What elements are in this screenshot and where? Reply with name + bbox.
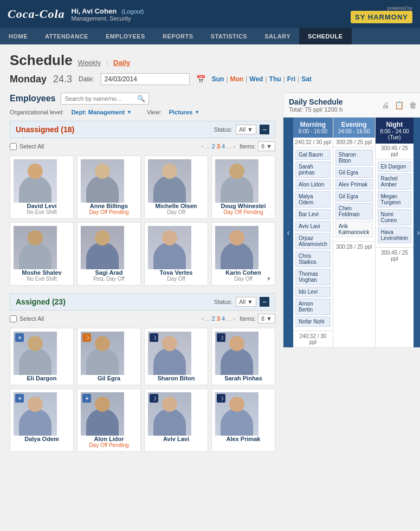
nav-home[interactable]: HOME xyxy=(0,28,36,44)
emp-name-anne-billings: Anne Billings xyxy=(81,203,137,209)
daily-schedule-panel: Daily Schedule Total: 75 ppl/ 1200 h 🖨 📋… xyxy=(283,93,420,348)
evening-name-gil-egra[interactable]: Gil Egra xyxy=(335,167,373,178)
evening-name-chen-feldman[interactable]: Chen Feldman xyxy=(335,203,373,219)
org-level-label: Organizational level: xyxy=(10,109,64,115)
night-name-nomi-cuneo[interactable]: Nomi Cuneo xyxy=(378,209,412,225)
morning-name-aviv-lavi[interactable]: Aviv Lavi xyxy=(295,221,331,231)
unassigned-select-all-checkbox[interactable] xyxy=(10,143,17,150)
assigned-page-3[interactable]: 3 xyxy=(217,315,220,322)
morning-header: Morning 8:00 - 16:00 xyxy=(293,118,333,138)
morning-name-orpaz-abramovich[interactable]: Orpaz Abramovich xyxy=(295,233,331,249)
emp-card-alon-lidor[interactable]: ☀ Alon Lidor Day Off Pending xyxy=(77,388,141,452)
assigned-status-dropdown[interactable]: All ▼ xyxy=(236,297,256,307)
org-level-dropdown[interactable]: Dept: Management ▼ xyxy=(72,109,132,115)
ds-copy-btn[interactable]: 📋 xyxy=(393,100,405,111)
assigned-collapse-btn[interactable]: − xyxy=(260,297,269,307)
page-2-link[interactable]: 2 xyxy=(212,143,215,150)
calendar-icon[interactable]: 📅 xyxy=(196,75,205,83)
date-input[interactable] xyxy=(101,73,190,85)
view-label: View: xyxy=(147,109,161,115)
nav-reports[interactable]: REPORTS xyxy=(154,28,202,44)
left-panel: Employees 🔍 Organizational level: Dept: … xyxy=(10,93,275,459)
emp-card-moshe-shalev[interactable]: Moshe Shalev No Eve Shift xyxy=(10,222,74,286)
emp-badge-eli-dargon: ☀ xyxy=(15,333,24,342)
day-fri[interactable]: Fri xyxy=(287,75,295,83)
emp-name-alon-lidor: Alon Lidor xyxy=(81,436,137,442)
org-dropdown-arrow: ▼ xyxy=(127,109,132,115)
morning-name-malya-odem[interactable]: Malya Odem xyxy=(295,191,331,208)
logout-link[interactable]: (Logout) xyxy=(121,8,144,15)
night-name-eli-dargon[interactable]: Eli Dargon xyxy=(378,161,412,172)
nav-employees[interactable]: EMPLOYEES xyxy=(97,28,154,44)
assigned-items-dropdown[interactable]: 8 ▼ xyxy=(258,314,275,323)
weekly-view-link[interactable]: Weekly xyxy=(78,59,101,67)
day-thu[interactable]: Thu xyxy=(269,75,281,83)
emp-card-sagi-arad[interactable]: Sagi Arad Req. Day Off xyxy=(77,222,141,286)
night-name-hava-levinshtein[interactable]: Hava Levinshtein xyxy=(378,227,412,243)
morning-name-gal-baum[interactable]: Gal Baum xyxy=(295,150,331,160)
evening-name-gil-egra-2[interactable]: Gil Egra xyxy=(335,191,373,202)
emp-card-aviv-lavi[interactable]: ☽ Aviv Lavi xyxy=(144,388,208,452)
search-input[interactable] xyxy=(64,95,135,102)
emp-card-david-levi[interactable]: David Levi No Eve Shift xyxy=(10,156,74,219)
day-mon[interactable]: Mon xyxy=(230,75,244,83)
emp-card-gil-egra[interactable]: ☽ Gil Egra xyxy=(77,328,141,385)
ds-print-btn[interactable]: 🖨 xyxy=(380,100,390,111)
org-view-row: Organizational level: Dept: Management ▼… xyxy=(10,109,275,115)
morning-stats: 240:32 / 30 ppl xyxy=(293,138,333,147)
assigned-pagination-row: Select All ‹ ... 2 3 4 ... › Items: xyxy=(10,314,275,323)
nav-schedule[interactable]: SCHEDULE xyxy=(299,28,352,44)
morning-name-thomas-voghan[interactable]: Thomas Voghan xyxy=(295,269,331,285)
emp-card-karin-cohen[interactable]: Karin Cohen Day Off ▼ xyxy=(211,222,275,286)
emp-card-doug-whinestei[interactable]: Doug Whinestei Day Off Pending xyxy=(211,156,275,219)
morning-name-bar-levi[interactable]: Bar Levi xyxy=(295,209,331,219)
morning-name-arnon-bertin[interactable]: Arnon Bertin xyxy=(295,299,331,315)
night-name-rachel-amber[interactable]: Rachel Amber xyxy=(378,173,412,190)
morning-name-chris-staikos[interactable]: Chris Staikos xyxy=(295,251,331,267)
emp-card-michelle-olsen[interactable]: Michelle Olsen Day Off xyxy=(144,156,208,219)
nav-statistics[interactable]: STATISTICS xyxy=(202,28,256,44)
emp-card-sarah-pinhas[interactable]: ☽ Sarah Pinhas xyxy=(211,328,275,385)
assigned-page-2[interactable]: 2 xyxy=(212,315,215,322)
night-name-megan-turgeon[interactable]: Megan Turgeon xyxy=(378,191,412,208)
items-count-dropdown[interactable]: 8 ▼ xyxy=(258,141,275,151)
evening-time: 24:00 - 16:00 xyxy=(335,128,373,134)
emp-status-david-levi: No Eve Shift xyxy=(14,209,70,215)
ds-morning-col: Morning 8:00 - 16:00 240:32 / 30 ppl Gal… xyxy=(293,118,333,347)
emp-card-tova-vertes[interactable]: Tova Vertes Day Off xyxy=(144,222,208,286)
ds-next-arrow[interactable]: › xyxy=(413,118,420,347)
emp-card-dalya-odem[interactable]: ☀ Dalya Odem xyxy=(10,388,74,452)
evening-name-sharon-biton[interactable]: Sharon Biton xyxy=(335,150,373,166)
evening-names: Sharon Biton Gil Egra Alex Primak Gil Eg… xyxy=(333,147,375,241)
nav-attendance[interactable]: ATTENDANCE xyxy=(36,28,97,44)
ds-delete-btn[interactable]: 🗑 xyxy=(408,100,418,111)
emp-card-sharon-biton[interactable]: ☽ Sharon Biton xyxy=(144,328,208,385)
unassigned-status-dropdown[interactable]: All ▼ xyxy=(236,125,256,134)
night-sub: (Tue) xyxy=(378,134,412,140)
morning-name-sarah-pinhas[interactable]: Sarah pinhas xyxy=(295,161,331,178)
search-box: 🔍 xyxy=(61,93,149,105)
ds-prev-arrow[interactable]: ‹ xyxy=(283,118,293,347)
evening-name-arik-kalmanovick[interactable]: Arik Kalmanovick xyxy=(335,221,373,237)
day-sat[interactable]: Sat xyxy=(301,75,312,83)
assigned-page-4[interactable]: 4 xyxy=(222,315,225,322)
morning-name-alon-lidon[interactable]: Alon Lidon xyxy=(295,179,331,190)
morning-name-nofar-nohi[interactable]: Nofar Nohi xyxy=(295,316,331,327)
view-dropdown[interactable]: Pictures ▼ xyxy=(169,109,199,115)
day-sun[interactable]: Sun xyxy=(212,75,224,83)
morning-name-ido-levi[interactable]: Ido Levi xyxy=(295,287,331,297)
emp-card-alex-primak[interactable]: ☽ Alex Primak xyxy=(211,388,275,452)
unassigned-title: Unassigned (18) xyxy=(16,125,74,134)
day-wed[interactable]: Wed xyxy=(249,75,263,83)
emp-badge-sharon-biton: ☽ xyxy=(150,333,158,342)
unassigned-status-value: All xyxy=(239,126,245,133)
daily-view-link[interactable]: Daily xyxy=(113,59,130,67)
unassigned-collapse-btn[interactable]: − xyxy=(260,125,269,134)
emp-card-anne-billings[interactable]: Anne Billings Day Off Pending xyxy=(77,156,141,219)
nav-salary[interactable]: SALARY xyxy=(256,28,299,44)
emp-card-eli-dargon[interactable]: ☀ Eli Dargon xyxy=(10,328,74,385)
assigned-select-all-checkbox[interactable] xyxy=(10,315,17,322)
evening-name-alex-primak[interactable]: Alex Primak xyxy=(335,179,373,190)
page-3-link[interactable]: 3 xyxy=(217,143,220,150)
page-4-link[interactable]: 4 xyxy=(222,143,225,150)
